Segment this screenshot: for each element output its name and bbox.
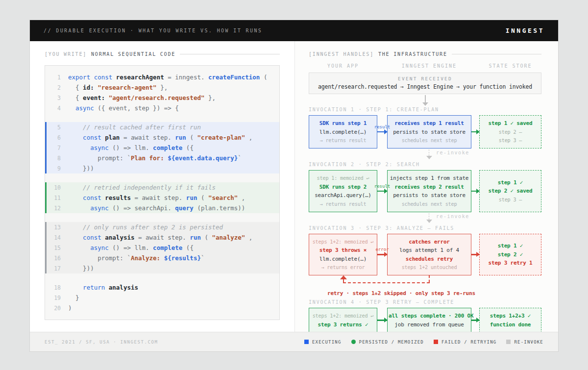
code-token: async (90, 204, 109, 212)
app-box: step 1: memoized ↩SDK runs step 2searchA… (309, 170, 377, 212)
code-token (68, 234, 83, 241)
code-token: async (75, 104, 94, 112)
engine-to-state-arrow (471, 254, 479, 255)
header-bar: // DURABLE EXECUTION · WHAT YOU WRITE VS… (30, 20, 558, 41)
line-number: 8 (45, 155, 61, 162)
code-token: () => llm. (109, 144, 153, 151)
retry-caption: retry · steps 1+2 skipped · only step 3 … (327, 290, 541, 296)
engine-to-state-arrow (471, 131, 479, 133)
legend-item: RE-INVOKE (506, 340, 543, 345)
code-line: 8 prompt: `Plan for: ${event.data.query}… (45, 153, 279, 163)
code-token: researchAgent (116, 74, 164, 81)
code-token: , (238, 194, 245, 201)
column-header-your-app: YOUR APP (309, 63, 377, 69)
code-text: const results = await step. run ( "searc… (68, 194, 245, 201)
line-number: 18 (45, 284, 61, 291)
app-to-engine-arrow: result (377, 191, 387, 192)
reinvoke-arrow: re-invoke (309, 148, 541, 162)
box-line: receives step 1 result (389, 120, 470, 127)
box-line: job removed from queue (389, 321, 470, 328)
code-text: { event: "agent/research.requested" }, (68, 94, 216, 101)
code-token: ( (260, 74, 267, 81)
code-token: complete (153, 144, 182, 151)
box-line: function done (481, 321, 540, 328)
code-text: })) (68, 165, 94, 172)
legend-item: EXECUTING (304, 340, 342, 345)
code-token: "research-agent" (98, 84, 156, 91)
code-token: { (68, 94, 83, 101)
box-line: step 2 – (481, 128, 540, 136)
line-number: 15 (45, 245, 61, 251)
code-token (68, 204, 90, 212)
code-token: }, (157, 84, 168, 91)
invocation-4: INVOCATION 4 · STEP 3 RETRY — COMPLETEst… (309, 299, 541, 333)
code-token: const (83, 134, 101, 141)
code-token: () => llm. (109, 244, 153, 251)
line-number: 10 (45, 184, 61, 191)
code-token: export const (68, 74, 112, 81)
code-token: run (190, 234, 201, 241)
engine-box: all steps complete · 200 OKjob removed f… (387, 308, 471, 333)
code-token: "search" (208, 194, 238, 201)
box-line: → returns result (310, 137, 376, 144)
footer-meta: EST_ 2021 / SF, USA · INNGEST.COM (45, 340, 158, 345)
line-number: 9 (45, 165, 61, 172)
state-store-box: step 1 ✓ savedstep 2 –step 3 – (479, 115, 541, 148)
invocation-2: INVOCATION 2 · STEP 2: SEARCHstep 1: mem… (309, 162, 541, 225)
code-line: 2 { id: "research-agent" }, (45, 82, 279, 93)
code-line: 18 return analysis (45, 282, 279, 293)
arrow-line (429, 213, 429, 220)
poster-card: // DURABLE EXECUTION · WHAT YOU WRITE VS… (29, 20, 559, 352)
code-token: ({ (182, 144, 194, 151)
state-store-box: step 1 ✓step 2 ✓step 3 retry 1 (479, 234, 541, 276)
box-line: → returns result (310, 200, 376, 208)
code-token: createFunction (208, 74, 260, 81)
box-line: persists to state store (389, 192, 470, 199)
box-line: step 1 ✓ saved (481, 120, 540, 127)
box-line: step 3 – (481, 196, 540, 203)
line-number: 5 (45, 124, 61, 131)
box-line: SDK runs step 1 (310, 120, 376, 127)
box-line: schedules next step (389, 137, 470, 144)
code-text: async () => searchApi. query (plan.terms… (68, 204, 245, 212)
code-token: ({ (182, 244, 194, 251)
code-token: id: (83, 84, 94, 91)
column-header-state-store: STATE STORE (479, 63, 541, 69)
code-token: prompt: ` (68, 154, 131, 162)
box-line: schedules retry (389, 255, 470, 263)
box-line: SDK runs step 2 (310, 183, 376, 191)
code-line: 11 const results = await step. run ( "se… (45, 193, 279, 203)
arrow-label: result (374, 124, 391, 129)
engine-to-state-arrow (471, 320, 479, 321)
engine-to-state-arrow (471, 191, 479, 192)
event-box-title: EVENT RECEIVED (310, 76, 540, 81)
code-token: prompt: ` (68, 254, 131, 262)
arrow-label: result (374, 184, 391, 189)
event-box-subtitle: agent/research.requested → Inngest Engin… (310, 83, 540, 90)
line-number: 7 (45, 145, 61, 151)
code-line: 1export const researchAgent = inngest. c… (45, 72, 279, 82)
code-line: 20) (45, 303, 279, 313)
app-box: steps 1+2: memoized ↩step 3 throws ×llm.… (309, 234, 377, 276)
invocation-flow: INVOCATION 1 · STEP 1: CREATE-PLANSDK ru… (309, 107, 541, 333)
code-token: // retried independently if it fails (83, 184, 216, 191)
invocation-row: steps 1+2: memoized ↩step 3 returns ✓all… (309, 308, 541, 333)
retry-line-up (343, 279, 344, 282)
code-token: })) (68, 265, 94, 272)
code-text: // only runs after step 2 is persisted (68, 223, 223, 231)
code-token: analysis (109, 284, 138, 291)
column-header-inngest-engine: INNGEST ENGINE (387, 63, 471, 69)
code-token (112, 74, 116, 81)
code-token: async (90, 144, 109, 151)
code-token: plan (105, 134, 120, 141)
code-line: 12 async () => searchApi. query (plan.te… (45, 203, 279, 213)
code-token: const (83, 194, 101, 201)
code-line: 6 const plan = await step. run ( "create… (45, 132, 279, 143)
reinvoke-label: re-invoke (436, 214, 469, 219)
engine-box: injects step 1 from statereceives step 2… (387, 170, 471, 212)
arrow-head (422, 102, 428, 106)
code-token: ) (68, 304, 72, 312)
code-line: 3 { event: "agent/research.requested" }, (45, 93, 279, 103)
code-token: event: (83, 94, 105, 101)
code-token: ({ event, step }) => { (94, 104, 179, 112)
